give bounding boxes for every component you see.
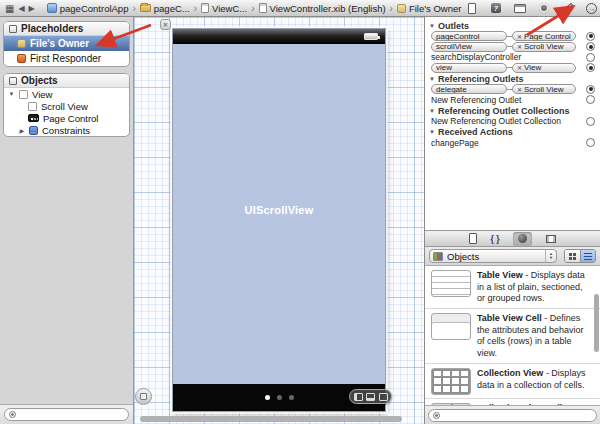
disclosure-open-icon[interactable]: ▼ xyxy=(8,91,15,97)
outlet-target-pill[interactable]: ✕Scroll View xyxy=(512,84,576,94)
library-view-mode-segment xyxy=(564,249,596,263)
outlets-section-header[interactable]: ▼ Outlets xyxy=(425,20,600,31)
disconnect-icon[interactable]: ✕ xyxy=(517,64,522,71)
outlet-row-searchdisplaycontroller: searchDisplayController xyxy=(425,52,600,63)
constraints-icon xyxy=(29,126,38,135)
connection-well-filled[interactable] xyxy=(586,32,595,41)
view-controller-view[interactable]: UIScrollView xyxy=(172,28,386,412)
received-actions-section-header[interactable]: ▼ Received Actions xyxy=(425,127,600,138)
disconnect-icon[interactable]: ✕ xyxy=(517,33,522,40)
page-dot[interactable] xyxy=(277,395,282,400)
outline-item-files-owner[interactable]: File's Owner xyxy=(4,36,129,51)
breadcrumb-selection[interactable]: File's Owner xyxy=(397,3,462,14)
table-view-cell-thumbnail xyxy=(431,313,471,340)
outlet-target-pill[interactable]: ✕Scroll View xyxy=(512,42,576,52)
outlet-name-label: New Referencing Outlet xyxy=(431,95,521,105)
scroll-view-canvas[interactable]: UIScrollView xyxy=(173,44,385,384)
grid-view-button[interactable] xyxy=(565,250,580,262)
filter-icon xyxy=(9,411,16,418)
constraints-label: Constraints xyxy=(42,125,90,136)
outlet-name-pill[interactable]: pageControl xyxy=(431,31,507,41)
list-view-button-selected[interactable] xyxy=(580,250,595,262)
outline-item-scroll-view[interactable]: Scroll View xyxy=(4,100,129,112)
breadcrumb-group[interactable]: pageC... xyxy=(140,3,190,14)
library-item-table-view[interactable]: Table View - Displays data in a list of … xyxy=(425,266,600,309)
outlet-target-label: Scroll View xyxy=(524,42,563,51)
breadcrumb-file[interactable]: ViewC... xyxy=(201,3,247,14)
outline-item-first-responder[interactable]: First Responder xyxy=(4,51,129,66)
outlet-name-pill[interactable]: view xyxy=(431,63,507,73)
connection-well-empty[interactable] xyxy=(586,95,595,104)
connection-well-filled[interactable] xyxy=(586,85,595,94)
status-bar xyxy=(173,29,385,44)
back-button[interactable]: ◀ xyxy=(18,4,24,13)
library-item-table-view-cell[interactable]: Table View Cell - Defines the attributes… xyxy=(425,309,600,364)
scroll-view-icon xyxy=(28,102,37,111)
file-template-library-tab[interactable] xyxy=(469,232,477,245)
library-scrollbar[interactable] xyxy=(594,294,599,352)
referencing-outlet-collections-section-header[interactable]: ▼ Referencing Outlet Collections xyxy=(425,105,600,116)
outlet-name-pill[interactable]: delegate xyxy=(431,84,507,94)
library-filter-field[interactable] xyxy=(428,409,597,422)
breadcrumb-document-label: ViewController.xib (English) xyxy=(270,3,386,14)
outline-toggle-button[interactable] xyxy=(135,388,152,405)
collection-view-thumbnail xyxy=(431,368,471,395)
code-snippet-library-tab[interactable]: { } xyxy=(491,232,500,245)
action-row-changepage: changePage xyxy=(425,138,600,149)
library-item-collection-view-cell[interactable]: Collection View Cell - Defines the attri… xyxy=(425,399,600,405)
canvas-control-icon[interactable] xyxy=(366,393,375,401)
library-group-select[interactable]: Objects ▲ ▼ xyxy=(429,249,557,263)
disclosure-open-icon: ▼ xyxy=(429,76,435,82)
file-inspector-tab[interactable] xyxy=(465,2,478,15)
identity-inspector-tab[interactable] xyxy=(513,2,526,15)
outlet-target-pill[interactable]: ✕View xyxy=(512,63,576,73)
outline-filter-field[interactable] xyxy=(4,408,129,421)
canvas-control-icon[interactable] xyxy=(379,393,388,401)
xib-file-icon xyxy=(259,3,267,13)
outlet-target-label: View xyxy=(524,63,541,72)
stepper-down-icon: ▼ xyxy=(549,256,553,260)
connections-inspector-tab[interactable]: → xyxy=(585,2,598,15)
breadcrumb-document[interactable]: ViewController.xib (English) xyxy=(259,3,386,14)
connection-well-filled[interactable] xyxy=(586,63,595,72)
connection-well-filled[interactable] xyxy=(586,42,595,51)
media-library-tab[interactable] xyxy=(546,232,556,245)
breadcrumb-project[interactable]: pageControlApp xyxy=(47,3,129,14)
interface-builder-canvas[interactable]: ✕ UIScrollView xyxy=(134,17,424,424)
attributes-inspector-tab[interactable] xyxy=(537,2,550,15)
quick-help-icon: ? xyxy=(491,3,501,13)
connection-well-empty[interactable] xyxy=(586,138,595,147)
close-view-button[interactable]: ✕ xyxy=(160,19,171,30)
outlet-target-pill[interactable]: ✕Page Control xyxy=(512,31,576,41)
quick-help-inspector-tab[interactable]: ? xyxy=(489,2,502,15)
objects-header[interactable]: Objects xyxy=(4,74,129,88)
outlet-name-pill[interactable]: scrollView xyxy=(431,42,507,52)
connection-well-empty[interactable] xyxy=(586,117,595,126)
library-item-collection-view[interactable]: Collection View - Displays data in a col… xyxy=(425,364,600,399)
disclosure-closed-icon[interactable]: ▶ xyxy=(18,127,25,134)
app-icon xyxy=(47,3,57,13)
page-dot[interactable] xyxy=(289,395,294,400)
objects-group: Objects ▼ View Scroll View Page Control … xyxy=(3,73,130,137)
library-item-title: Collection View xyxy=(477,368,543,378)
outline-item-view[interactable]: ▼ View xyxy=(4,88,129,100)
placeholders-header[interactable]: Placeholders xyxy=(4,22,129,36)
connection-well-empty[interactable] xyxy=(586,53,595,62)
first-responder-cube-icon xyxy=(17,54,26,63)
file-template-icon xyxy=(469,233,477,244)
size-inspector-tab[interactable] xyxy=(561,2,574,15)
file-inspector-icon xyxy=(468,3,476,14)
canvas-control-icon[interactable] xyxy=(354,393,363,401)
forward-button[interactable]: ▶ xyxy=(29,4,35,13)
outlet-target-label: Scroll View xyxy=(524,85,563,94)
breadcrumb-group-label: pageC... xyxy=(154,3,190,14)
disconnect-icon[interactable]: ✕ xyxy=(517,43,522,50)
object-library-tab-selected[interactable] xyxy=(513,232,532,246)
page-dot-active[interactable] xyxy=(265,395,270,400)
related-items-icon[interactable]: ▦ xyxy=(5,3,14,14)
disconnect-icon[interactable]: ✕ xyxy=(517,86,522,93)
referencing-outlets-section-header[interactable]: ▼ Referencing Outlets xyxy=(425,73,600,84)
outline-item-page-control[interactable]: Page Control xyxy=(4,112,129,124)
outline-item-constraints[interactable]: ▶ Constraints xyxy=(4,124,129,136)
horizontal-scrollbar[interactable] xyxy=(140,416,402,422)
